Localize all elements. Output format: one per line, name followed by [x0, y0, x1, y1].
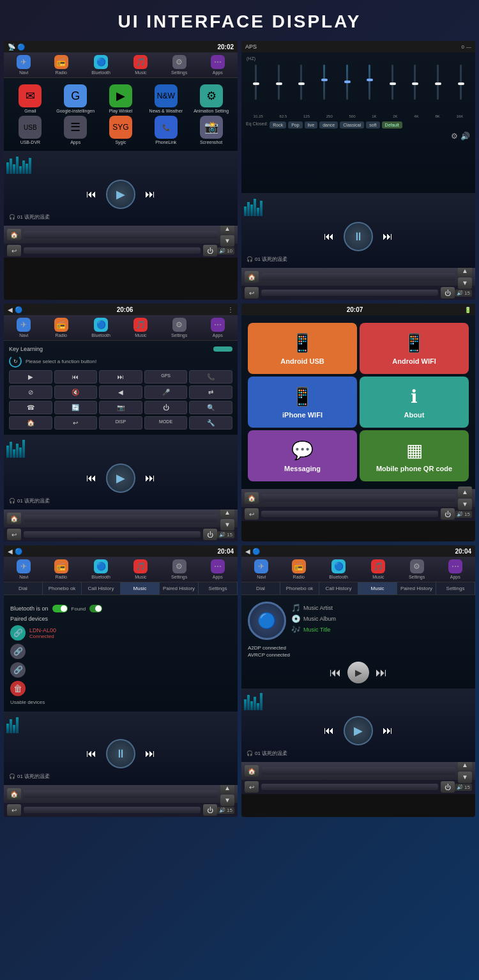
home-btn-4[interactable]: 🏠: [245, 492, 259, 504]
back-bar-1: ↩ ⏻ 🔊 10: [4, 244, 238, 258]
vol-up-4[interactable]: ▲: [458, 486, 472, 498]
bt-album-art: 🔵: [248, 602, 286, 640]
next-btn-2[interactable]: ⏭: [383, 231, 393, 242]
next-btn-6b[interactable]: ⏭: [383, 725, 393, 736]
back-btn-4[interactable]: ↩: [245, 508, 259, 520]
play-btn-6b[interactable]: ▶: [344, 716, 373, 745]
prev-btn-1[interactable]: ⏮: [86, 189, 96, 200]
play-btn-3[interactable]: ▶: [106, 463, 135, 493]
eq-sliders: [244, 62, 473, 113]
power-btn-4[interactable]: ⏻: [441, 508, 455, 520]
android-usb-tile[interactable]: 📱 Android USB: [248, 323, 357, 374]
music-title-label: Music Title: [303, 626, 331, 633]
messaging-tile[interactable]: 💬 Messaging: [248, 430, 357, 481]
home-btn-6[interactable]: 🏠: [245, 765, 259, 777]
music-player-5: ⏮ ⏸ ⏭ 🎧 01 该死的温柔: [4, 712, 238, 785]
bottom-toolbar-4: 🏠 ▲ ▼: [241, 489, 475, 507]
back-btn-6[interactable]: ↩: [245, 781, 259, 793]
qr-code-tile[interactable]: ▦ Mobile phone QR code: [360, 430, 469, 481]
vol-down-6[interactable]: ▼: [458, 772, 472, 783]
vol-down-1[interactable]: ▼: [220, 235, 234, 247]
music-album-label: Music Album: [303, 616, 336, 622]
music-player-6: ⏮ ▶ ⏭ 🎧 01 该死的温柔: [241, 688, 475, 762]
screen-eq: APS 0 — (HZ): [241, 41, 475, 300]
nav-bar-5: ✈Navi 📻Radio 🔵Bluetooth 🎵Music ⚙Settings…: [4, 557, 238, 582]
back-bar-3: ↩ ⏻ 🔊 15: [4, 527, 238, 541]
screen-key-learning: ◀🔵 20:06 ⋮ ✈Navi 📻Radio 🔵Bluetooth 🎵Musi…: [4, 304, 238, 541]
power-btn-3[interactable]: ⏻: [203, 529, 217, 540]
player-controls-6: ⏮ ▶ ⏭: [244, 713, 473, 749]
back-bar-4: ↩ ⏻ 🔊 15: [241, 507, 475, 521]
back-btn-3[interactable]: ↩: [7, 529, 21, 540]
bottom-toolbar-5: 🏠 ▲ ▼: [4, 785, 238, 803]
screen-bluetooth-paired: ◀🔵 20:04 ✈Navi 📻Radio 🔵Bluetooth 🎵Music …: [4, 545, 238, 817]
pause-btn-5[interactable]: ⏸: [106, 739, 135, 768]
music-player-3: ⏮ ▶ ⏭ 🎧 01 该死的温柔: [4, 435, 238, 509]
prev-btn-6b[interactable]: ⏮: [324, 725, 334, 736]
home-btn-3[interactable]: 🏠: [7, 513, 21, 524]
player-controls-5: ⏮ ⏸ ⏭: [6, 736, 235, 772]
page-title: UI INTERFACE DISPLAY: [0, 0, 479, 41]
eq-labels: 31.2562.51252505001K2K4K8K16K: [244, 113, 473, 120]
nav-bar-6: ✈Navi 📻Radio 🔵Bluetooth 🎵Music ⚙Settings…: [241, 557, 475, 582]
android-wifi-tile[interactable]: 📱 Android WIFI: [360, 323, 469, 374]
screens-grid: 📡 🔵 20:02 ✈Navi 📻Radio 🔵Bluetooth 🎵Music…: [0, 41, 479, 821]
next-btn-1[interactable]: ⏭: [145, 189, 155, 200]
statusbar-1: 📡 🔵 20:02: [4, 41, 238, 52]
player-controls-3: ⏮ ▶ ⏭: [6, 460, 235, 496]
statusbar-3: ◀🔵 20:06 ⋮: [4, 304, 238, 315]
bt-toggle[interactable]: [52, 605, 68, 612]
screen-app-grid: 📡 🔵 20:02 ✈Navi 📻Radio 🔵Bluetooth 🎵Music…: [4, 41, 238, 300]
next-btn-6[interactable]: ⏭: [376, 666, 387, 680]
player-controls-2: ⏮ ⏸ ⏭: [244, 219, 473, 254]
vol-down-2[interactable]: ▼: [458, 277, 472, 289]
back-btn-2[interactable]: ↩: [245, 287, 259, 299]
bt-music-info: 🔵 🎵 Music Artist 💿 Music Album 🎶 Music T…: [244, 598, 473, 644]
home-btn-1[interactable]: 🏠: [7, 229, 21, 240]
statusbar-6: ◀🔵 20:04: [241, 545, 475, 557]
eq-presets: Eq Closed: Rock Pop live dance Classical…: [244, 120, 473, 130]
next-btn-3[interactable]: ⏭: [145, 472, 155, 484]
back-btn-5[interactable]: ↩: [7, 804, 21, 816]
power-btn-5[interactable]: ⏻: [203, 804, 217, 816]
iphone-wifi-tile[interactable]: 📱 iPhone WIFI: [248, 377, 357, 428]
screen-bluetooth-music: ◀🔵 20:04 ✈Navi 📻Radio 🔵Bluetooth 🎵Music …: [241, 545, 475, 817]
next-btn-5[interactable]: ⏭: [145, 748, 155, 759]
bt-content-5: Bluetooth is on Found Paired devices 🔗 L…: [6, 598, 235, 709]
statusbar-5: ◀🔵 20:04: [4, 545, 238, 557]
about-tile[interactable]: ℹ About: [360, 377, 469, 428]
app-grid: ✉Gmail GGoogle-instellingen ▶Play Winkel…: [6, 81, 235, 148]
prev-btn-5[interactable]: ⏮: [86, 748, 96, 759]
power-btn-1[interactable]: ⏻: [203, 245, 217, 256]
back-bar-2: ↩ ⏻ 🔊 15: [241, 286, 475, 300]
pause-btn-2[interactable]: ⏸: [344, 222, 373, 251]
home-btn-5[interactable]: 🏠: [7, 788, 21, 800]
power-btn-6[interactable]: ⏻: [441, 781, 455, 793]
player-controls-1: ⏮ ▶ ⏭: [6, 176, 235, 212]
back-bar-6: ↩ ⏻ 🔊 15: [241, 780, 475, 794]
back-btn-1[interactable]: ↩: [7, 245, 21, 256]
bt-nav-6: Dial Phonebo ok Call History Music Paire…: [241, 582, 475, 595]
vol-down-5[interactable]: ▼: [220, 795, 234, 806]
bottom-toolbar-6: 🏠 ▲ ▼: [241, 762, 475, 780]
back-bar-5: ↩ ⏻ 🔊 15: [4, 803, 238, 817]
home-btn-2[interactable]: 🏠: [245, 271, 259, 283]
nav-bar-3: ✈Navi 📻Radio 🔵Bluetooth 🎵Music ⚙Settings…: [4, 315, 238, 341]
prev-btn-6[interactable]: ⏮: [330, 666, 341, 680]
key-learning-content: Key Learning ↻ Please select a function …: [6, 343, 235, 432]
bt-playback: ⏮ ▶ ⏭: [244, 659, 473, 686]
prev-btn-2[interactable]: ⏮: [324, 231, 334, 242]
statusbar-4: 20:07 🔋: [241, 304, 475, 315]
connection-grid: 📱 Android USB 📱 Android WIFI 📱 iPhone WI…: [245, 319, 471, 485]
statusbar-2: APS 0 —: [241, 41, 475, 52]
bottom-toolbar-1: 🏠 ▲ ▼: [4, 226, 238, 244]
prev-btn-3[interactable]: ⏮: [86, 472, 96, 484]
vol-down-4[interactable]: ▼: [458, 499, 472, 510]
bottom-toolbar-2: 🏠 ▲ ▼: [241, 268, 475, 286]
vol-down-3[interactable]: ▼: [220, 519, 234, 531]
power-btn-2[interactable]: ⏻: [441, 287, 455, 299]
music-artist-label: Music Artist: [303, 605, 333, 611]
play-btn-6[interactable]: ▶: [347, 662, 369, 683]
key-grid: ▶ ⏮ ⏭ GPS 📞 ⊘ 🔇 ◀ 🎤 ⇄ ☎ 🔄 📷 ⏻ 🔍 🏠: [9, 370, 232, 430]
play-btn-1[interactable]: ▶: [106, 180, 135, 209]
